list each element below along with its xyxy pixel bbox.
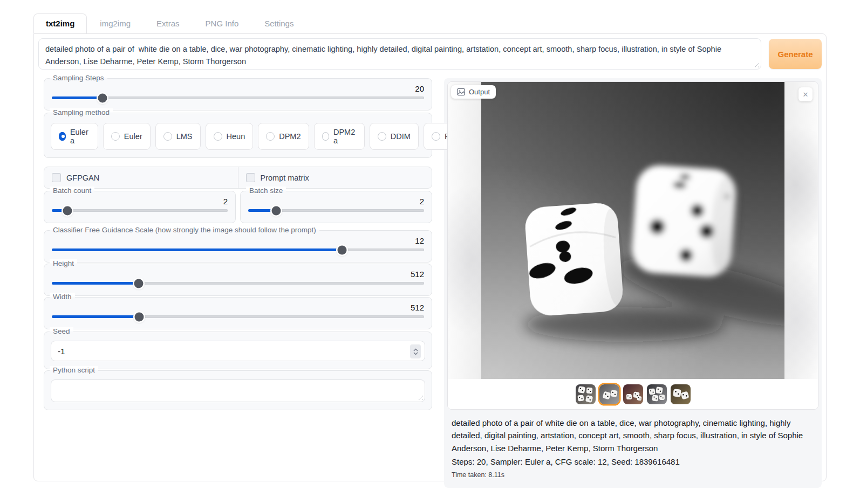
radio-icon (378, 132, 386, 141)
gallery-thumbnails (448, 379, 818, 409)
output-params: Steps: 20, Sampler: Euler a, CFG scale: … (452, 455, 814, 468)
height-slider: 512 (51, 270, 425, 285)
radio-icon (322, 132, 329, 141)
slider-fill (52, 282, 139, 285)
tab-png-info[interactable]: PNG Info (193, 14, 252, 33)
resize-handle-icon[interactable] (753, 61, 759, 67)
radio-icon (266, 132, 275, 141)
tab-extras[interactable]: Extras (144, 14, 193, 33)
prompt-matrix-checkbox[interactable]: Prompt matrix (238, 167, 432, 188)
slider-track[interactable] (52, 96, 424, 99)
tab-img2img[interactable]: img2img (87, 14, 144, 33)
tab-txt2img[interactable]: txt2img (33, 13, 87, 33)
thumb-4[interactable] (647, 384, 667, 404)
slider-handle[interactable] (63, 206, 72, 215)
chevron-down-icon (413, 352, 418, 355)
prompt-input[interactable]: detailed photo of a pair of white die on… (38, 38, 761, 70)
batch-count-label: Batch count (50, 187, 94, 195)
dice-photo (481, 82, 784, 379)
python-script-label: Python script (50, 366, 98, 374)
thumb-2[interactable] (599, 384, 619, 404)
slider-track[interactable] (52, 209, 228, 212)
sampler-option-dpm2[interactable]: DPM2 (258, 123, 309, 150)
cfg-scale-group: Classifier Free Guidance Scale (how stro… (44, 230, 432, 263)
thumb-5[interactable] (671, 384, 691, 404)
slider-handle[interactable] (135, 312, 144, 321)
python-script-group: Python script (44, 370, 432, 410)
radio-icon (214, 132, 222, 141)
slider-track[interactable] (248, 209, 424, 212)
checkbox-icon (52, 173, 61, 182)
width-value: 512 (51, 303, 424, 312)
thumb-3[interactable] (623, 384, 643, 404)
resize-handle-icon[interactable] (417, 393, 423, 400)
radio-icon (163, 132, 172, 141)
gfpgan-label: GFPGAN (66, 174, 99, 182)
sampler-option-label: DDIM (391, 132, 411, 141)
thumb-1[interactable] (576, 384, 596, 404)
thumbnail-image (647, 384, 667, 404)
chevron-up-icon (413, 348, 418, 351)
thumbnail-image (599, 384, 619, 404)
height-label: Height (50, 259, 77, 267)
sampling-steps-value: 20 (51, 84, 424, 93)
sampler-option-dpm2-a[interactable]: DPM2 a (314, 123, 365, 150)
sampler-option-label: DPM2 (279, 132, 301, 141)
sampling-steps-label: Sampling Steps (50, 74, 107, 82)
seed-value: -1 (58, 347, 65, 356)
sampler-option-heun[interactable]: Heun (206, 123, 254, 150)
close-icon[interactable]: ✕ (798, 87, 813, 101)
output-panel: Output ✕ (444, 78, 822, 488)
sampler-option-label: DPM2 a (333, 128, 357, 145)
seed-input[interactable]: -1 (51, 341, 425, 361)
generate-button[interactable]: Generate (769, 39, 822, 69)
thumbnail-image (671, 384, 691, 404)
output-time-taken: Time taken: 8.11s (452, 470, 814, 481)
output-tag-label: Output (469, 88, 490, 96)
batch-count-value: 2 (51, 197, 228, 206)
slider-track[interactable] (52, 282, 424, 285)
number-stepper[interactable] (410, 344, 421, 358)
prompt-matrix-label: Prompt matrix (261, 174, 309, 182)
output-tag: Output (451, 85, 496, 99)
slider-track[interactable] (52, 248, 424, 251)
stable-diffusion-webui: txt2img img2img Extras PNG Info Settings… (0, 0, 860, 504)
width-slider: 512 (51, 303, 425, 318)
output-column: Output ✕ (444, 78, 822, 488)
tab-settings[interactable]: Settings (251, 14, 306, 33)
height-value: 512 (51, 270, 424, 279)
sampler-option-label: Heun (227, 132, 245, 141)
gfpgan-checkbox[interactable]: GFPGAN (44, 167, 238, 188)
slider-track[interactable] (52, 315, 424, 318)
slider-handle[interactable] (98, 93, 107, 102)
batch-count-group: Batch count 2 (44, 191, 236, 223)
sampler-option-euler[interactable]: Euler (103, 123, 151, 150)
sampling-method-group: Sampling method Euler aEulerLMSHeunDPM2D… (44, 113, 432, 158)
cfg-scale-label: Classifier Free Guidance Scale (how stro… (50, 226, 319, 234)
height-group: Height 512 (44, 264, 432, 296)
batch-size-label: Batch size (246, 187, 286, 195)
checkbox-icon (246, 173, 255, 182)
output-caption: detailed photo of a pair of white die on… (452, 417, 814, 454)
thumbnail-image (576, 384, 596, 404)
sampler-option-label: Euler (124, 132, 142, 141)
sampler-option-ddim[interactable]: DDIM (370, 123, 419, 150)
batch-size-value: 2 (247, 197, 424, 206)
batch-count-slider: 2 (51, 197, 229, 212)
sampler-option-lms[interactable]: LMS (155, 123, 201, 150)
cfg-scale-slider: 12 (51, 236, 425, 251)
sampler-option-euler-a[interactable]: Euler a (51, 123, 98, 150)
slider-fill (52, 315, 139, 318)
settings-column: Sampling Steps 20 Sampling method Euler … (44, 78, 432, 488)
gallery-edge-left (448, 82, 481, 379)
txt2img-panel: detailed photo of a pair of white die on… (33, 33, 827, 481)
generated-image[interactable] (481, 82, 784, 379)
python-script-input[interactable] (51, 379, 425, 402)
slider-handle[interactable] (338, 245, 347, 254)
slider-handle[interactable] (134, 279, 143, 288)
sampler-options: Euler aEulerLMSHeunDPM2DPM2 aDDIMPLMS (51, 123, 425, 150)
gallery-preview (448, 82, 818, 379)
slider-handle[interactable] (272, 206, 281, 215)
image-icon (457, 88, 465, 96)
output-gallery: Output ✕ (447, 81, 818, 410)
